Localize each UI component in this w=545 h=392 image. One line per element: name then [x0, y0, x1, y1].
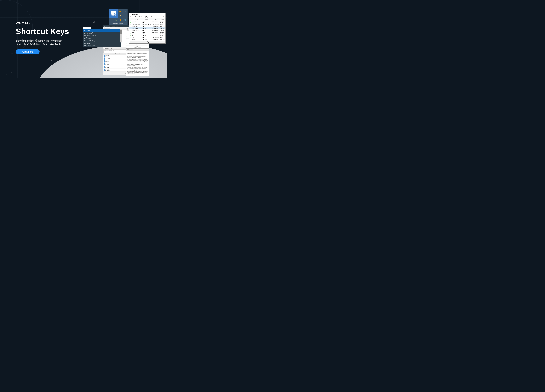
cta-button[interactable]: Click here	[16, 49, 40, 54]
autocomplete-item[interactable]: LS (LIST)	[83, 42, 121, 44]
autocomplete-item[interactable]: LE (QLEADER)	[83, 34, 121, 37]
shortcut-row[interactable]: ✓Copy(Ctrl + C)CTRL+CAcceleratorZWCAD	[129, 26, 166, 27]
shortcut-row[interactable]: ✓HyperlinkCTRL+KAcceleratorZWCAD	[129, 33, 166, 35]
ribbon-tool-1[interactable]	[118, 9, 123, 13]
cui-title: Customize User Interface	[105, 25, 118, 27]
autocomplete-item[interactable]: L (LINE)	[83, 29, 121, 32]
dot	[6, 74, 7, 75]
autocomplete-item[interactable]: LT (LINETYPE)	[83, 44, 121, 47]
status-select[interactable]: Accelerator Keys	[134, 16, 146, 18]
info-title: Keyboard Shortcuts	[127, 51, 148, 53]
information-pane: ⌃Information Keyboard Shortcuts Keyboard…	[126, 49, 149, 76]
svg-rect-2	[124, 11, 124, 12]
info-text: Keyboard shortcuts are used to assign co…	[127, 53, 148, 58]
shortcut-row[interactable]: ✓Cut(Ctrl + X)CTRL+XAcceleratorZWCAD	[129, 27, 166, 29]
hero-text: ZWCAD Shortcut Keys ชุดคำสั่งคีย์ลัดที่ช…	[16, 21, 69, 54]
shortcuts-ribbon-button[interactable]: Shortcuts	[109, 9, 118, 18]
check-icon: ✓	[129, 22, 131, 24]
ribbon-tool-2[interactable]	[123, 9, 127, 13]
ribbon-panel: Shortcuts PGP Customized Settings▾	[109, 9, 128, 25]
svg-rect-3	[124, 11, 125, 12]
status-label: Status:	[130, 16, 134, 18]
subtitle-line1: ชุดคำสั่งคีย์ลัดที่ช่วยเพิ่มความเร็วและค…	[16, 40, 62, 42]
collapse-icon[interactable]: ⌃	[130, 14, 131, 15]
shortcut-row[interactable]: ✓NewCTRL+NAcceleratorZWCAD	[129, 37, 166, 39]
autocomplete-item[interactable]: LO (-LAYOUT)	[83, 39, 121, 42]
command-input[interactable]	[83, 27, 91, 29]
ribbon-tool-3[interactable]: PGP	[118, 13, 123, 18]
app-icon: ▣	[104, 25, 105, 27]
svg-rect-4	[125, 11, 125, 12]
check-icon: ✓	[129, 37, 131, 39]
col-name[interactable]: Name	[131, 18, 141, 20]
col-type[interactable]: Type	[152, 18, 160, 20]
autocomplete-scrollbar[interactable]	[120, 29, 122, 42]
shortcut-row[interactable]: ✓Clean ScreenCTRL+0AcceleratorZWCAD	[129, 20, 166, 22]
shortcuts-label: Shortcuts	[111, 15, 116, 17]
check-icon: ✓	[129, 26, 131, 27]
check-icon: ✓	[129, 39, 131, 40]
brand-title: ZWCAD	[16, 21, 69, 25]
subtitle-line2: เริ่มต้นใช้งานได้ทันทีเพื่อประสิทธิภาพที…	[16, 43, 61, 46]
copy-clipboard-small[interactable]: Copy to Clipboard	[127, 47, 148, 48]
shortcut-row-stub[interactable]: ✓Ne	[126, 44, 149, 46]
dot	[11, 72, 12, 73]
shortcut-row[interactable]: ✓Macro..ALT+F8AcceleratorZWCAD	[129, 35, 166, 37]
chevron-down-icon: ▾	[124, 22, 124, 24]
ribbon-tool-6[interactable]	[118, 18, 123, 22]
check-icon: ✓	[129, 20, 131, 22]
ribbon-panel-label[interactable]: Customized Settings▾	[109, 22, 127, 24]
collapse-icon: ⌃	[104, 48, 105, 49]
main-title: Shortcut Keys	[16, 27, 69, 35]
svg-rect-7	[124, 15, 125, 15]
check-icon: ✓	[129, 31, 131, 33]
check-icon: ✓	[129, 29, 131, 31]
copy-clipboard-button[interactable]: Copy to Clipboard	[130, 41, 165, 43]
info-header: Information	[128, 49, 133, 50]
shortcut-row[interactable]: ✓Command LineCTRL+9AcceleratorZWCAD	[129, 22, 166, 24]
col-keys[interactable]: Keys	[141, 18, 152, 20]
svg-rect-11	[116, 19, 117, 21]
collapse-icon: ⌃	[127, 49, 128, 50]
command-autocomplete: L (LINE)LA (LAYER)LE (QLEADER)LI (LIST)L…	[83, 27, 121, 47]
shortcut-row[interactable]: ✓Copy with BaseSHIFT+CTRL+CAcceleratorZW…	[129, 24, 166, 26]
check-icon: ✓	[129, 24, 131, 26]
svg-rect-10	[125, 16, 126, 16]
info-text: You can create and edit keyboard shortcu…	[127, 59, 148, 66]
info-text: To create a new temporary override key, …	[127, 67, 148, 74]
shortcuts-window: ⌃ Shortcuts Status: Accelerator Keys Typ…	[129, 13, 166, 43]
ribbon-tool-5[interactable]	[109, 18, 118, 22]
ribbon-tool-4[interactable]	[123, 13, 127, 18]
svg-rect-8	[125, 15, 126, 15]
shortcut-row[interactable]: ✓OpenCTRL+OAcceleratorZWCAD	[129, 39, 166, 40]
type-select[interactable]: All	[150, 16, 165, 18]
svg-rect-12	[120, 19, 121, 21]
autocomplete-item[interactable]: LA (LAYER)	[83, 32, 121, 34]
shortcut-row[interactable]: ✓Design CenterCTRL+2AcceleratorZWCAD	[129, 29, 166, 31]
check-icon: ✓	[129, 33, 131, 35]
svg-text:PGP: PGP	[120, 15, 121, 16]
type-label: Type:	[146, 16, 149, 18]
svg-rect-9	[124, 16, 125, 16]
shortcut-row[interactable]: ✓ExitCTRL+QAcceleratorZWCAD	[129, 31, 166, 33]
shortcuts-table: Name Keys Type Source ✓Clean ScreenCTRL+…	[129, 18, 166, 40]
autocomplete-item[interactable]: LI (LIST)	[83, 37, 121, 39]
shortcuts-icon	[111, 11, 116, 15]
col-source[interactable]: Source	[160, 18, 165, 20]
svg-rect-1	[120, 11, 120, 11]
autocomplete-list: L (LINE)LA (LAYER)LE (QLEADER)LI (LIST)L…	[83, 29, 121, 47]
check-icon: ✓	[129, 35, 131, 37]
shortcuts-header: ⌃ Shortcuts	[129, 13, 166, 16]
check-icon: ✓	[129, 27, 131, 29]
ribbon-tool-7[interactable]	[123, 18, 127, 22]
dot	[51, 60, 52, 61]
